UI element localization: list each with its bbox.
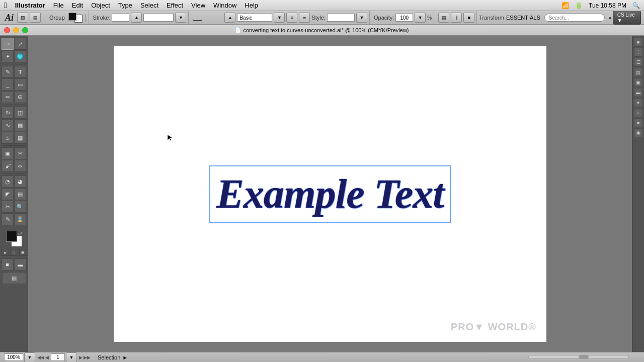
menu-window[interactable]: Window [213, 2, 236, 9]
right-btn-1[interactable]: ■ [634, 38, 643, 47]
zoom-input[interactable] [4, 353, 23, 361]
fill-swatch[interactable] [6, 231, 17, 242]
perspective-tool[interactable]: ⌛ [14, 213, 26, 225]
right-btn-10[interactable]: ◉ [634, 128, 643, 137]
view-toggle-btn[interactable]: ▤ [30, 13, 41, 23]
screen-mode-2[interactable]: □ [10, 249, 18, 256]
prev-btn[interactable]: ◀ [45, 355, 49, 360]
direct-selection-tool[interactable]: ➚ [14, 38, 26, 50]
page-dropdown[interactable]: ▼ [66, 352, 77, 363]
line-tool[interactable]: ⎯ [2, 78, 14, 90]
close-button[interactable] [4, 27, 10, 33]
mesh-tool[interactable]: ◤ [2, 188, 14, 200]
scale-tool[interactable]: ◫ [14, 107, 26, 119]
pen-tool[interactable]: ✎ [2, 66, 14, 78]
canvas-area[interactable]: Example Text PRO▼ WORLD® [28, 36, 632, 352]
change-screen-mode-btn[interactable]: ▤ [2, 272, 26, 284]
opacity-dropdown[interactable]: ▼ [415, 13, 426, 23]
magic-wand-tool[interactable]: ✦ [2, 50, 14, 62]
right-btn-3[interactable]: ☰ [634, 58, 643, 67]
scissors-tool[interactable]: ✂ [2, 201, 14, 213]
graph-tool[interactable]: ▦ [14, 132, 26, 144]
stroke-style-dropdown[interactable]: ▼ [175, 13, 186, 23]
basic-dropdown-btn[interactable]: ▼ [274, 13, 285, 23]
canvas-scroll[interactable]: Example Text PRO▼ WORLD® [28, 36, 632, 352]
draw-normal-btn[interactable]: ■ [2, 258, 14, 270]
hand-tool[interactable]: ✎ [2, 213, 14, 225]
slice-tool[interactable]: ✂ [14, 147, 26, 159]
arrange-btn[interactable]: ▤ [438, 13, 449, 23]
mode-arrow[interactable]: ► [122, 354, 128, 360]
type-tool[interactable]: T [14, 66, 26, 78]
apple-menu[interactable]:  [4, 1, 7, 10]
screen-mode-1[interactable]: ■ [1, 249, 9, 256]
rotate-tool[interactable]: ↻ [2, 107, 14, 119]
battery-icon: 🔋 [575, 2, 583, 9]
right-btn-2[interactable]: ⋮ [634, 48, 643, 57]
search-input[interactable] [544, 14, 605, 22]
menu-select[interactable]: Select [140, 2, 158, 9]
stroke-up-btn[interactable]: ▲ [131, 13, 142, 23]
search-icon[interactable]: 🔍 [632, 2, 640, 9]
rectangle-tool[interactable]: ▭ [14, 78, 26, 90]
blob-brush-tool[interactable]: ☮ [14, 91, 26, 103]
pathfinder-btn[interactable]: ■ [463, 13, 474, 23]
right-btn-9[interactable]: ■ [634, 118, 643, 127]
pencil-tool[interactable]: ✏ [2, 91, 14, 103]
cs-live-icon[interactable]: ● [609, 15, 612, 21]
menu-effect[interactable]: Effect [167, 2, 183, 9]
zoom-dropdown[interactable]: ▼ [24, 352, 35, 363]
menu-view[interactable]: View [191, 2, 205, 9]
artboard-tool[interactable]: ▣ [2, 147, 14, 159]
scroll-thumb[interactable] [579, 355, 589, 358]
gradient-tool[interactable]: ▤ [14, 188, 26, 200]
menu-type[interactable]: Type [118, 2, 132, 9]
next-btn[interactable]: ▶ [79, 355, 83, 360]
tool-sep-3 [3, 145, 25, 146]
live-paint-tool[interactable]: ◔ [2, 175, 14, 188]
variable-width-btn[interactable]: ≃ [299, 13, 310, 23]
right-btn-6[interactable]: ▬ [634, 88, 643, 97]
right-btn-7[interactable]: ● [634, 98, 643, 107]
menu-file[interactable]: File [53, 2, 64, 9]
selection-tool[interactable]: ➙ [2, 38, 14, 50]
horizontal-scrollbar[interactable] [528, 355, 629, 359]
prev-page-btn[interactable]: ◀◀ [37, 355, 44, 360]
color-swatches[interactable]: ⇄ [6, 231, 22, 247]
swap-colors-icon[interactable]: ⇄ [18, 231, 22, 236]
brush-options-btn[interactable]: ≡ [286, 13, 297, 23]
app-menu-illustrator[interactable]: Illustrator [15, 2, 45, 9]
maximize-button[interactable] [22, 27, 28, 33]
transform-label[interactable]: Transform [479, 15, 504, 21]
stroke-group: Stroke: ▲ ▼ [91, 11, 189, 24]
next-page-btn[interactable]: ▶▶ [84, 355, 91, 360]
warp-tool[interactable]: ∿ [2, 119, 14, 131]
page-input[interactable] [51, 353, 65, 361]
minimize-button[interactable] [13, 27, 19, 33]
stroke-weight-input[interactable] [112, 14, 129, 22]
zoom-tool[interactable]: 🔍 [14, 201, 26, 213]
right-btn-5[interactable]: ▣ [634, 78, 643, 87]
lasso-tool[interactable]: ⛎ [14, 50, 26, 62]
style-dropdown-btn[interactable]: ▼ [356, 13, 367, 23]
align-btn[interactable]: ∥ [451, 13, 462, 23]
free-transform-tool[interactable]: ▦ [14, 119, 26, 131]
essentials-btn[interactable]: ESSENTIALS [506, 15, 540, 21]
right-btn-8[interactable]: ○ [634, 108, 643, 117]
cs-live-btn[interactable]: CS Live ▼ [613, 11, 641, 25]
screen-mode-3[interactable]: ▣ [19, 249, 27, 256]
eyedropper-tool[interactable]: 🖌 [2, 160, 14, 172]
live-paint-select-tool[interactable]: ◕ [14, 175, 26, 188]
blend-tool[interactable]: ∞ [14, 160, 26, 172]
symbol-spray-tool[interactable]: ♨ [2, 132, 14, 144]
fill-stroke-mini[interactable] [68, 13, 83, 23]
line-options-btn[interactable]: ▲ [224, 13, 235, 23]
menu-object[interactable]: Object [91, 2, 110, 9]
menu-help[interactable]: Help [245, 2, 258, 9]
draw-inside-btn[interactable]: ▬ [15, 258, 27, 270]
example-text[interactable]: Example Text [212, 168, 448, 220]
opacity-input[interactable] [395, 14, 413, 22]
right-btn-4[interactable]: ▤ [634, 68, 643, 77]
menu-edit[interactable]: Edit [72, 2, 83, 9]
doc-setup-btn[interactable]: ▨ [17, 13, 28, 23]
